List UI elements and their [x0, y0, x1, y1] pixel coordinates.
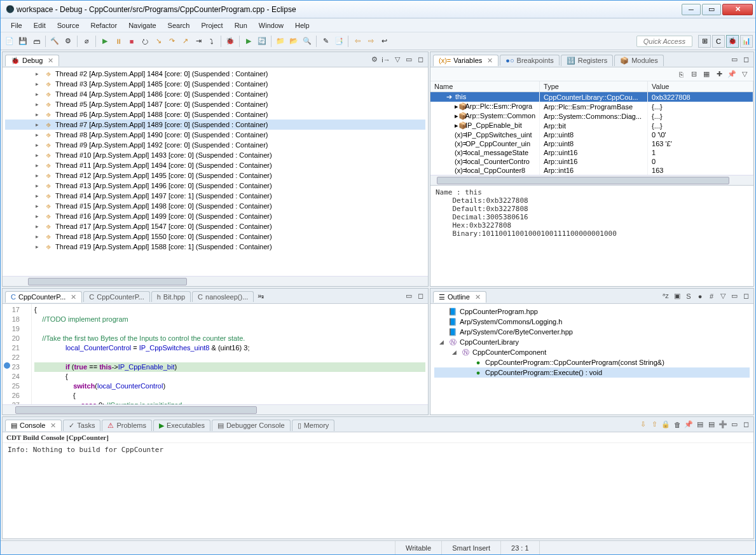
debug-perspective-icon[interactable]: 🐞: [726, 35, 739, 48]
build-all-icon[interactable]: ⚙: [62, 36, 74, 47]
close-icon[interactable]: ✕: [71, 293, 76, 301]
problems-tab[interactable]: ⚠Problems: [102, 420, 151, 431]
debug-config-icon[interactable]: ⚙: [369, 55, 380, 65]
thread-row[interactable]: ▸⎆ Thread #15 [Arp.System.Appl] 1498 [co…: [5, 201, 425, 211]
minimize-view-icon[interactable]: ▭: [729, 55, 739, 65]
new-class-icon[interactable]: 📁: [275, 36, 286, 47]
editor-tab-0[interactable]: CCppCounterP...✕: [5, 291, 82, 303]
close-icon[interactable]: ✕: [475, 293, 481, 301]
minimize-view-icon[interactable]: ▭: [729, 291, 739, 301]
menu-window[interactable]: Window: [254, 20, 289, 31]
collapse-icon[interactable]: ⊟: [689, 69, 699, 79]
scroll-lock-icon[interactable]: 🔒: [661, 420, 671, 430]
thread-row[interactable]: ▸⎆ Thread #11 [Arp.System.Appl] 1494 [co…: [5, 160, 425, 170]
terminate-icon[interactable]: ■: [126, 36, 137, 47]
thread-row[interactable]: ▸⎆ Thread #7 [Arp.System.Appl] 1489 [cor…: [5, 120, 425, 130]
debug-tab[interactable]: 🐞 Debug ✕: [5, 55, 59, 66]
menu-refactor[interactable]: Refactor: [86, 20, 123, 31]
thread-row[interactable]: ▸⎆ Thread #14 [Arp.System.Appl] 1497 [co…: [5, 191, 425, 201]
build-icon[interactable]: 🔨: [49, 36, 60, 47]
minimize-view-icon[interactable]: ▭: [404, 55, 414, 65]
add-watch-icon[interactable]: ✚: [714, 69, 724, 79]
close-button[interactable]: ✕: [722, 4, 753, 15]
save-all-icon[interactable]: 🗃: [31, 36, 42, 47]
tasks-tab[interactable]: ✓Tasks: [63, 420, 100, 431]
quick-access-input[interactable]: Quick Access: [636, 36, 692, 47]
col-type[interactable]: Type: [540, 81, 648, 92]
thread-row[interactable]: ▸⎆ Thread #10 [Arp.System.Appl] 1493 [co…: [5, 150, 425, 160]
open-console-icon[interactable]: ▤: [706, 420, 717, 430]
view-menu-icon[interactable]: ▽: [718, 291, 728, 301]
scrollbar-h[interactable]: [430, 175, 753, 185]
nav-fwd-icon[interactable]: ⇨: [365, 36, 376, 47]
nav-last-icon[interactable]: ↩: [378, 36, 390, 47]
console-output[interactable]: Info: Nothing to build for CppCounter: [3, 443, 753, 538]
close-icon[interactable]: ✕: [487, 57, 493, 65]
view-menu-icon[interactable]: i→: [381, 55, 391, 65]
menu-search[interactable]: Search: [163, 20, 195, 31]
menu-edit[interactable]: Edit: [29, 20, 51, 31]
maximize-view-icon[interactable]: ◻: [741, 55, 751, 65]
editor-tab-2[interactable]: hBit.hpp: [151, 291, 191, 302]
minimize-icon[interactable]: ▽: [392, 55, 402, 65]
wand-icon[interactable]: ✎: [320, 36, 331, 47]
thread-row[interactable]: ▸⎆ Thread #8 [Arp.System.Appl] 1490 [cor…: [5, 130, 425, 140]
thread-row[interactable]: ▸⎆ Thread #19 [Arp.System.Appl] 1588 [co…: [5, 242, 425, 252]
thread-row[interactable]: ▸⎆ Thread #18 [Arp.System.Appl] 1550 [co…: [5, 231, 425, 242]
group-icon[interactable]: #: [706, 291, 717, 301]
maximize-view-icon[interactable]: ◻: [415, 291, 425, 301]
disconnect-icon[interactable]: ⭮: [139, 36, 151, 47]
resume-icon[interactable]: ▶: [99, 36, 111, 47]
variables-table[interactable]: Name Type Value ➔ thisCppCounterLibrary:…: [430, 81, 753, 175]
outline-item[interactable]: ◢ⓃCppCounterComponent: [434, 347, 750, 357]
thread-row[interactable]: ▸⎆ Thread #12 [Arp.System.Appl] 1495 [co…: [5, 170, 425, 181]
scrollbar-h[interactable]: [3, 404, 428, 415]
thread-row[interactable]: ▸⎆ Thread #9 [Arp.System.Appl] 1492 [cor…: [5, 140, 425, 150]
executables-tab[interactable]: ▶Executables: [153, 420, 210, 431]
code-editor[interactable]: 17 18 19 20 21 22 23 24 25 26 27 { //TOD…: [3, 304, 428, 404]
thread-row[interactable]: ▸⎆ Thread #3 [Arp.System.Appl] 1485 [cor…: [5, 79, 425, 89]
menu-file[interactable]: File: [6, 20, 27, 31]
step-into-icon[interactable]: ↘: [153, 36, 164, 47]
maximize-button[interactable]: ▭: [702, 4, 721, 15]
outline-tree[interactable]: 📘CppCounterProgram.hpp📘Arp/System/Common…: [430, 304, 753, 415]
outline-item[interactable]: ●CppCounterProgram::Execute() : void: [434, 367, 750, 378]
skip-breakpoints-icon[interactable]: ⌀: [81, 36, 92, 47]
outline-tab[interactable]: ☰Outline✕: [433, 291, 486, 303]
sort-icon[interactable]: ᵃz: [661, 291, 671, 301]
editor-tab-3[interactable]: Cnanosleep()...: [192, 291, 254, 302]
cpp-perspective-icon[interactable]: C: [712, 35, 725, 48]
scrollbar-h[interactable]: [3, 276, 428, 286]
display-console-icon[interactable]: ▤: [695, 420, 705, 430]
clear-console-icon[interactable]: 🗑: [672, 420, 682, 430]
open-type-icon[interactable]: 📂: [288, 36, 299, 47]
breakpoints-tab[interactable]: ●○Breakpoints: [500, 55, 559, 65]
save-icon[interactable]: 💾: [17, 36, 29, 47]
resource-perspective-icon[interactable]: 📊: [740, 35, 753, 48]
memory-tab[interactable]: ▯Memory: [292, 420, 335, 431]
thread-row[interactable]: ▸⎆ Thread #16 [Arp.System.Appl] 1499 [co…: [5, 211, 425, 221]
menu-project[interactable]: Project: [196, 20, 228, 31]
run-last-icon[interactable]: 🔄: [256, 36, 268, 47]
run-icon[interactable]: ▶: [243, 36, 254, 47]
close-icon[interactable]: ✕: [50, 421, 56, 430]
variable-row[interactable]: ▸📦 Arp::Plc::Esm::PrograArp::Plc::Esm::P…: [430, 102, 753, 111]
instruction-step-icon[interactable]: ⇥: [193, 36, 204, 47]
outline-item[interactable]: ◢ⓃCppCounterLibrary: [434, 337, 750, 347]
thread-row[interactable]: ▸⎆ Thread #2 [Arp.System.Appl] 1484 [cor…: [5, 69, 425, 79]
debugger-console-tab[interactable]: ▤Debugger Console: [212, 420, 291, 431]
minimize-view-icon[interactable]: ▭: [404, 291, 414, 301]
thread-row[interactable]: ▸⎆ Thread #17 [Arp.System.Appl] 1547 [co…: [5, 221, 425, 231]
thread-row[interactable]: ▸⎆ Thread #4 [Arp.System.Appl] 1486 [cor…: [5, 89, 425, 99]
variable-row[interactable]: (x)= local_CppCounter8Arp::int16163: [430, 166, 753, 175]
variable-row[interactable]: (x)= local_CounterControArp::uint160: [430, 157, 753, 166]
drop-frame-icon[interactable]: ⤵: [206, 36, 217, 47]
thread-row[interactable]: ▸⎆ Thread #5 [Arp.System.Appl] 1487 [cor…: [5, 99, 425, 109]
next-icon[interactable]: ⇧: [649, 420, 659, 430]
debug-icon[interactable]: 🐞: [224, 36, 236, 47]
overflow-indicator[interactable]: »₂: [258, 292, 264, 300]
thread-row[interactable]: ▸⎆ Thread #6 [Arp.System.Appl] 1488 [cor…: [5, 109, 425, 120]
hide-non-public-icon[interactable]: ●: [695, 291, 705, 301]
variable-row[interactable]: ➔ thisCppCounterLibrary::CppCou...0xb322…: [430, 92, 753, 102]
col-name[interactable]: Name: [430, 81, 540, 92]
